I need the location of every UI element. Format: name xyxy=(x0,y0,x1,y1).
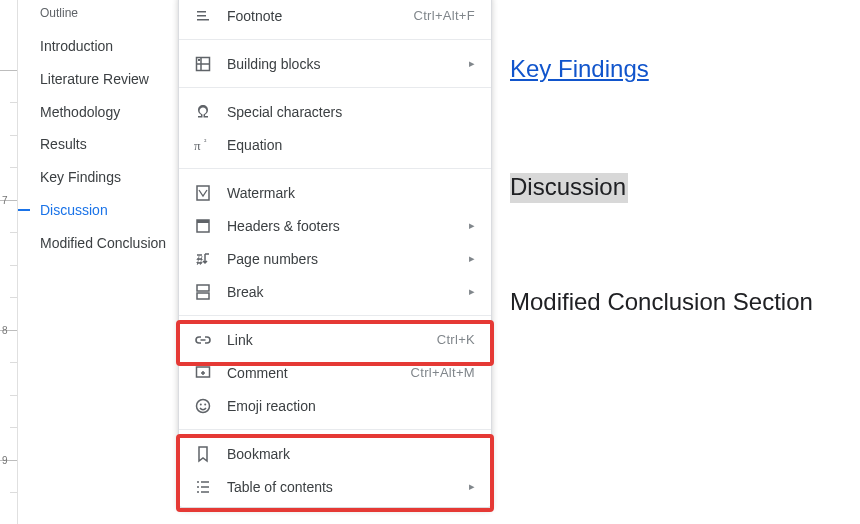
menu-item[interactable]: CommentCtrl+Alt+M xyxy=(179,356,491,389)
outline-item[interactable]: Introduction xyxy=(32,30,188,63)
menu-item-label: Bookmark xyxy=(227,446,475,462)
menu-item[interactable]: Equation xyxy=(179,128,491,161)
submenu-arrow-icon: ▸ xyxy=(465,285,475,298)
link-icon xyxy=(193,330,213,350)
submenu-arrow-icon: ▸ xyxy=(465,252,475,265)
menu-item[interactable]: Building blocks▸ xyxy=(179,47,491,80)
toc-icon xyxy=(193,477,213,497)
insert-menu: FootnoteCtrl+Alt+FBuilding blocks▸Specia… xyxy=(178,0,492,508)
break-icon xyxy=(193,282,213,302)
menu-item-label: Headers & footers xyxy=(227,218,465,234)
outline-item[interactable]: Modified Conclusion xyxy=(32,227,188,260)
menu-shortcut: Ctrl+Alt+F xyxy=(413,8,475,23)
menu-separator xyxy=(179,168,491,169)
ruler-label: 7 xyxy=(2,195,8,206)
ruler-label: 9 xyxy=(2,455,8,466)
comment-icon xyxy=(193,363,213,383)
page-numbers-icon xyxy=(193,249,213,269)
watermark-icon xyxy=(193,183,213,203)
pi-icon xyxy=(193,135,213,155)
menu-item[interactable]: Bookmark xyxy=(179,437,491,470)
menu-item-label: Break xyxy=(227,284,465,300)
menu-item-label: Equation xyxy=(227,137,475,153)
menu-separator xyxy=(179,429,491,430)
bookmark-icon xyxy=(193,444,213,464)
outline-item[interactable]: Key Findings xyxy=(32,161,188,194)
outline-item[interactable]: Methodology xyxy=(32,96,188,129)
building-blocks-icon xyxy=(193,54,213,74)
submenu-arrow-icon: ▸ xyxy=(465,480,475,493)
menu-item-label: Page numbers xyxy=(227,251,465,267)
menu-item[interactable]: FootnoteCtrl+Alt+F xyxy=(179,0,491,32)
headers-footers-icon xyxy=(193,216,213,236)
heading-link-key-findings[interactable]: Key Findings xyxy=(510,55,860,83)
menu-item[interactable]: Break▸ xyxy=(179,275,491,308)
menu-shortcut: Ctrl+Alt+M xyxy=(411,365,475,380)
menu-item-label: Footnote xyxy=(227,8,413,24)
menu-item-label: Table of contents xyxy=(227,479,465,495)
omega-icon xyxy=(193,102,213,122)
menu-item[interactable]: Page numbers▸ xyxy=(179,242,491,275)
outline-item[interactable]: Discussion xyxy=(32,194,188,227)
menu-item-label: Link xyxy=(227,332,437,348)
menu-item-label: Watermark xyxy=(227,185,475,201)
document-content: Key Findings Discussion Modified Conclus… xyxy=(510,0,860,524)
menu-shortcut: Ctrl+K xyxy=(437,332,475,347)
menu-item[interactable]: Special characters xyxy=(179,95,491,128)
menu-item[interactable]: Watermark xyxy=(179,176,491,209)
menu-item[interactable]: Emoji reaction xyxy=(179,389,491,422)
footnote-icon xyxy=(193,6,213,26)
menu-separator xyxy=(179,87,491,88)
menu-item-label: Special characters xyxy=(227,104,475,120)
menu-item-label: Comment xyxy=(227,365,411,381)
ruler-label: 8 xyxy=(2,325,8,336)
submenu-arrow-icon: ▸ xyxy=(465,57,475,70)
outline-panel: Outline IntroductionLiterature ReviewMet… xyxy=(18,0,188,524)
menu-item-label: Building blocks xyxy=(227,56,465,72)
menu-item-label: Emoji reaction xyxy=(227,398,475,414)
menu-separator xyxy=(179,315,491,316)
menu-item[interactable]: LinkCtrl+K xyxy=(179,323,491,356)
menu-item[interactable]: Table of contents▸ xyxy=(179,470,491,503)
outline-item[interactable]: Literature Review xyxy=(32,63,188,96)
heading-modified-conclusion[interactable]: Modified Conclusion Section xyxy=(510,288,860,316)
heading-selected-discussion[interactable]: Discussion xyxy=(510,173,628,203)
vertical-ruler: 7 8 9 xyxy=(0,0,18,524)
emoji-icon xyxy=(193,396,213,416)
outline-title: Outline xyxy=(32,6,188,30)
outline-item[interactable]: Results xyxy=(32,128,188,161)
menu-item[interactable]: Headers & footers▸ xyxy=(179,209,491,242)
menu-separator xyxy=(179,39,491,40)
submenu-arrow-icon: ▸ xyxy=(465,219,475,232)
